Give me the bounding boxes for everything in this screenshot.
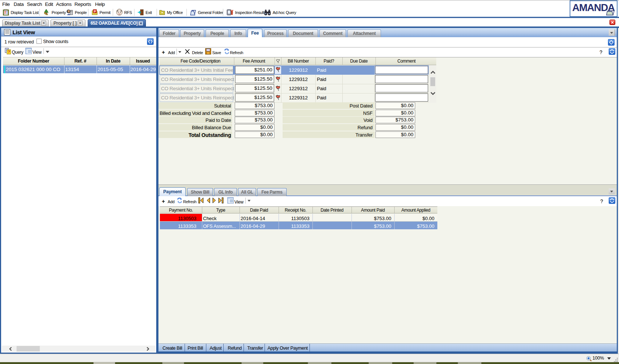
svg-text:?: ? <box>8 50 10 54</box>
svg-text:P: P <box>94 10 96 13</box>
